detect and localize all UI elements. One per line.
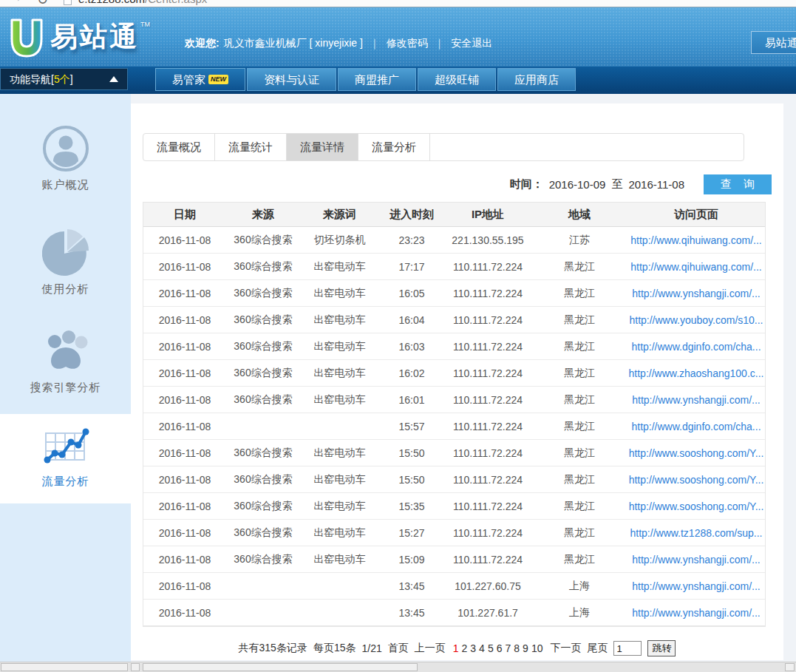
cell-keyword: 出窑电动车	[300, 393, 379, 407]
tab-traffic-detail[interactable]: 流量详情	[287, 134, 358, 160]
nav-tab-shangmeng[interactable]: 商盟推广	[338, 68, 416, 91]
cell-source: 360综合搜索	[226, 340, 300, 353]
page-indicator: 1/21	[361, 642, 381, 654]
cell-keyword: 出窑电动车	[300, 500, 379, 513]
browser-forward-icon[interactable]: →	[10, 0, 22, 4]
page-number-9[interactable]: 9	[521, 642, 530, 654]
next-page-link[interactable]: 下一页	[550, 642, 581, 655]
cell-visited-page[interactable]: http://www.ynshangji.com/...	[627, 580, 765, 592]
search-button[interactable]: 查 询	[704, 174, 772, 194]
logout-link[interactable]: 安全退出	[451, 37, 492, 49]
cell-keyword: 出窑电动车	[300, 553, 379, 566]
page-number-8[interactable]: 8	[512, 642, 521, 654]
cell-keyword: 出窑电动车	[300, 447, 379, 460]
table-row: 2016-11-08360综合搜索出窑电动车16:03110.111.72.22…	[143, 333, 765, 360]
sidebar: 账户概况 使用分析	[0, 94, 131, 662]
page-number-4[interactable]: 4	[477, 642, 486, 654]
prev-page-link[interactable]: 上一页	[415, 642, 446, 655]
page-jump-button[interactable]: 跳转	[647, 640, 676, 656]
tab-traffic-stats[interactable]: 流量统计	[215, 134, 287, 160]
last-page-link[interactable]: 尾页	[587, 642, 608, 655]
page-number-6[interactable]: 6	[495, 642, 504, 654]
cell-visited-page[interactable]: http://www.ynshangji.com/...	[627, 394, 765, 406]
sidebar-item-label: 搜索引擎分析	[0, 381, 131, 395]
cell-visited-page[interactable]: http://www.zhaoshang100.c...	[627, 367, 765, 379]
cell-date: 2016-11-08	[143, 580, 226, 592]
horizontal-scrollbar-thumb[interactable]	[1, 663, 128, 671]
cell-source: 360综合搜索	[226, 367, 300, 380]
end-date-field[interactable]: 2016-11-08	[628, 178, 684, 191]
page-number-10[interactable]: 10	[530, 642, 545, 654]
cell-ip: 110.111.72.224	[444, 341, 531, 353]
nav-tab-wangpu[interactable]: 超级旺铺	[418, 68, 496, 91]
yizhantong-header-button[interactable]: 易站通	[751, 31, 796, 54]
cell-entry-time: 15:50	[379, 447, 444, 459]
url-text[interactable]: e.tz1288.com/Center.aspx	[78, 0, 207, 5]
cell-visited-page[interactable]: http://www.sooshong.com/Y...	[627, 474, 765, 486]
cell-visited-page[interactable]: http://www.ynshangji.com/...	[627, 288, 765, 299]
cell-entry-time: 15:35	[379, 500, 444, 512]
logo-u-icon	[7, 16, 46, 59]
cell-visited-page[interactable]: http://www.qihuiwang.com/...	[627, 261, 765, 273]
nav-tab-shangdian[interactable]: 应用商店	[497, 68, 576, 91]
nav-tab-yiguanjia[interactable]: 易管家NEW	[155, 68, 245, 91]
tab-traffic-overview[interactable]: 流量概况	[143, 134, 215, 160]
first-page-link[interactable]: 首页	[388, 642, 409, 655]
cell-ip: 110.111.72.224	[444, 421, 531, 432]
page-number-7[interactable]: 7	[504, 642, 513, 654]
cell-visited-page[interactable]: http://www.ynshangji.com/...	[627, 607, 765, 619]
nav-tab-ziliao[interactable]: 资料与认证	[247, 68, 336, 91]
cell-source: 360综合搜索	[226, 500, 300, 513]
browser-reload-icon[interactable]: ↻	[37, 0, 48, 7]
horizontal-scrollbar-track[interactable]	[0, 662, 796, 672]
cell-visited-page[interactable]: http://www.qihuiwang.com/...	[627, 234, 765, 246]
traffic-table: 日期来源来源词进入时刻IP地址地域访问页面 2016-11-08360综合搜索切…	[143, 202, 766, 627]
page-jump-input[interactable]	[613, 641, 642, 656]
traffic-tabs: 流量概况 流量统计 流量详情 流量分析	[143, 133, 744, 161]
cell-region: 黑龙江	[531, 340, 627, 353]
cell-visited-page[interactable]: http://www.tz1288.com/sup...	[627, 527, 765, 539]
function-nav-dropdown[interactable]: 功能导航[5个]	[0, 68, 128, 90]
cell-visited-page[interactable]: http://www.dginfo.com/cha...	[627, 341, 765, 353]
cell-visited-page[interactable]: http://www.sooshong.com/Y...	[627, 500, 765, 512]
cell-entry-time: 17:17	[379, 261, 444, 273]
table-row: 2016-11-08360综合搜索出窑电动车15:50110.111.72.22…	[143, 466, 765, 493]
page-number-3[interactable]: 3	[469, 642, 477, 654]
sidebar-item-label: 流量分析	[0, 475, 131, 489]
page-number-2[interactable]: 2	[460, 642, 469, 654]
page-body: 账户概况 使用分析	[0, 94, 796, 662]
page-numbers: 12345678910	[452, 642, 545, 654]
sidebar-item-label: 账户概况	[0, 178, 131, 192]
logo[interactable]: 易站通 TM	[7, 16, 150, 59]
sidebar-item-search-engine-analysis[interactable]: 搜索引擎分析	[0, 320, 131, 404]
site-header: 易站通 TM 欢迎您:巩义市鑫业机械厂 [ xinyejixie ]｜修改密码｜…	[0, 7, 796, 67]
cell-entry-time: 15:50	[379, 474, 444, 486]
tab-traffic-analysis[interactable]: 流量分析	[358, 134, 430, 160]
page-icon	[64, 0, 72, 5]
cell-source: 360综合搜索	[226, 473, 300, 486]
horizontal-scrollbar-thumb[interactable]	[143, 663, 418, 671]
cell-keyword: 出窑电动车	[300, 526, 379, 540]
app-window: → ↻ e.tz1288.com/Center.aspx 易站通 TM 欢迎	[0, 0, 796, 672]
table-row: 2016-11-08360综合搜索出窑电动车15:35110.111.72.22…	[143, 493, 765, 520]
sidebar-item-traffic-analysis[interactable]: 流量分析	[0, 414, 131, 503]
page-number-5[interactable]: 5	[486, 642, 495, 654]
sidebar-item-account-overview[interactable]: 账户概况	[0, 116, 131, 201]
sidebar-item-usage-analysis[interactable]: 使用分析	[0, 219, 131, 305]
start-date-field[interactable]: 2016-10-09	[549, 178, 606, 191]
cell-date: 2016-11-08	[143, 554, 226, 566]
cell-visited-page[interactable]: http://www.youboy.com/s10...	[627, 314, 765, 326]
cell-keyword: 切坯切条机	[300, 234, 379, 247]
change-password-link[interactable]: 修改密码	[387, 37, 428, 49]
column-header-keyword: 来源词	[300, 208, 379, 222]
page-number-1[interactable]: 1	[452, 642, 460, 654]
scrollbar-arrow-button[interactable]	[131, 663, 140, 671]
table-header-row: 日期来源来源词进入时刻IP地址地域访问页面	[143, 203, 765, 227]
cell-date: 2016-11-08	[143, 474, 226, 486]
cell-entry-time: 16:03	[379, 341, 444, 353]
cell-visited-page[interactable]: http://www.dginfo.com/cha...	[627, 421, 765, 432]
scrollbar-arrow-button[interactable]	[785, 663, 795, 671]
cell-visited-page[interactable]: http://www.sooshong.com/Y...	[627, 447, 765, 459]
cell-source: 360综合搜索	[226, 260, 300, 274]
cell-visited-page[interactable]: http://www.ynshangji.com/...	[627, 554, 765, 566]
